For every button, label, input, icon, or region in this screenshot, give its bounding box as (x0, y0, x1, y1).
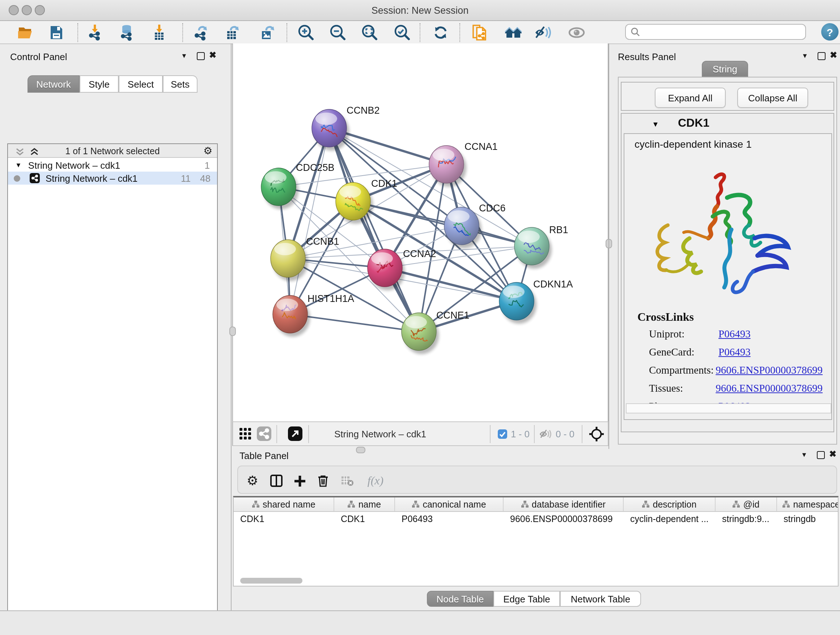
network-collection-row[interactable]: ▼ String Network – cdk1 1 (8, 158, 217, 172)
column-type-icon (347, 500, 355, 508)
network-name: String Network – cdk1 (46, 173, 137, 184)
column-header-namespace[interactable]: namespace (777, 497, 838, 511)
search-box[interactable] (625, 24, 806, 40)
import-network-database-icon[interactable] (117, 23, 136, 42)
crosslink-value-link[interactable]: 9606.ENSP00000378699 (715, 382, 823, 394)
network-view-toolbar: String Network – cdk1 1 - 0 0 - 0 (232, 421, 608, 446)
function-builder-icon[interactable]: f(x) (363, 471, 388, 490)
cell-shared-name[interactable]: CDK1 (234, 512, 334, 526)
cell-namespace[interactable]: stringdb (777, 512, 838, 526)
network-canvas[interactable]: CCNB2CCNA1CDC25BCDK1CDC6RB1CCNB1CCNA2CDK… (232, 43, 608, 421)
node-HIST1H1A[interactable] (273, 295, 310, 337)
network-node-count: 11 (181, 173, 191, 184)
tab-network-table[interactable]: Network Table (560, 591, 641, 607)
float-panel-icon[interactable]: ▼ (181, 52, 187, 59)
delete-table-icon[interactable] (338, 471, 357, 490)
node-RB1[interactable] (515, 227, 552, 269)
crosslink-value-link[interactable]: P06493 (718, 346, 751, 358)
maximize-panel-icon[interactable] (197, 52, 205, 60)
close-panel-icon[interactable]: ✖ (830, 50, 837, 60)
expand-all-button[interactable]: Expand All (655, 88, 726, 108)
section-scrollbar-track[interactable] (626, 403, 831, 413)
table-row[interactable]: CDK1CDK1P064939606.ENSP00000378699cyclin… (234, 512, 838, 526)
home-panels-icon[interactable] (504, 23, 523, 42)
node-CDKN1A[interactable] (499, 282, 537, 324)
create-column-icon[interactable] (290, 471, 309, 490)
cdk1-section: ▼ CDK1 cyclin-dependent kinase 1 (621, 113, 834, 432)
network-share-view-icon[interactable] (257, 426, 271, 444)
tab-edge-table[interactable]: Edge Table (493, 591, 560, 607)
tab-string[interactable]: String (702, 61, 748, 77)
left-splitter-handle[interactable] (229, 326, 236, 336)
column-header-canonical-name[interactable]: canonical name (395, 497, 504, 511)
column-type-icon (252, 500, 260, 508)
zoom-in-icon[interactable] (297, 23, 316, 42)
cell-database-identifier[interactable]: 9606.ENSP00000378699 (504, 512, 624, 526)
collapse-all-button[interactable]: Collapse All (737, 88, 808, 108)
cell-description[interactable]: cyclin-dependent ... (624, 512, 715, 526)
netbar-separator (582, 425, 583, 443)
node-CCNA1[interactable] (429, 146, 466, 187)
node-CCNB2[interactable] (312, 109, 349, 150)
hidden-eye-icon[interactable] (539, 428, 553, 443)
export-image-icon[interactable] (257, 23, 276, 42)
tab-network[interactable]: Network (27, 75, 80, 93)
tab-style[interactable]: Style (80, 75, 118, 93)
crosslink-value-link[interactable]: 9606.ENSP00000378699 (715, 364, 823, 377)
column-header-shared-name[interactable]: shared name (234, 497, 334, 511)
tab-sets[interactable]: Sets (163, 75, 197, 93)
float-panel-icon[interactable]: ▼ (801, 451, 807, 458)
refresh-view-icon[interactable] (431, 23, 450, 42)
close-panel-icon[interactable]: ✖ (829, 449, 836, 459)
cell-canonical-name[interactable]: P06493 (395, 512, 504, 526)
maximize-panel-icon[interactable] (818, 52, 826, 60)
selected-checkbox-icon[interactable] (498, 429, 507, 439)
section-expander-icon[interactable]: ▼ (652, 120, 659, 128)
zoom-selected-icon[interactable] (393, 23, 412, 42)
zoom-out-icon[interactable] (328, 23, 347, 42)
tab-select[interactable]: Select (118, 75, 163, 93)
help-icon[interactable]: ? (821, 23, 838, 41)
network-row-selected[interactable]: String Network – cdk1 11 48 (8, 172, 217, 185)
collection-expander-icon[interactable]: ▼ (15, 162, 22, 169)
float-panel-icon[interactable]: ▼ (802, 52, 808, 59)
node-CCNE1[interactable] (401, 313, 439, 354)
node-CDK1[interactable] (336, 182, 373, 224)
table-settings-icon[interactable]: ⚙ (243, 471, 262, 490)
show-columns-icon[interactable] (267, 471, 286, 490)
column-header-description[interactable]: description (624, 497, 715, 511)
share-document-icon[interactable] (470, 23, 489, 42)
node-CDC25B[interactable] (261, 168, 298, 209)
delete-columns-icon[interactable] (313, 471, 332, 490)
import-table-icon[interactable] (150, 23, 169, 42)
save-session-icon[interactable] (47, 23, 66, 42)
column-type-icon (782, 500, 790, 508)
node-gloss (405, 316, 427, 328)
column-header-name[interactable]: name (334, 497, 395, 511)
hide-panels-eye-icon[interactable] (534, 23, 553, 42)
column-header-database-identifier[interactable]: database identifier (504, 497, 624, 511)
network-options-gear-icon[interactable]: ⚙ (203, 145, 212, 157)
import-network-icon[interactable] (85, 23, 104, 42)
grid-view-icon[interactable] (239, 427, 252, 443)
open-session-icon[interactable] (16, 23, 35, 42)
zoom-fit-icon[interactable] (360, 23, 379, 42)
network-graph[interactable]: CCNB2CCNA1CDC25BCDK1CDC6RB1CCNB1CCNA2CDK… (233, 43, 608, 420)
cell-@id[interactable]: stringdb:9... (715, 512, 777, 526)
title-bar: Session: New Session (0, 0, 840, 21)
cell-name[interactable]: CDK1 (334, 512, 395, 526)
export-table-icon[interactable] (223, 23, 242, 42)
collection-count: 1 (205, 160, 210, 171)
node-gloss (371, 252, 393, 264)
preview-eye-icon[interactable] (567, 23, 586, 42)
close-panel-icon[interactable]: ✖ (209, 50, 216, 60)
table-horizontal-scrollbar[interactable] (240, 578, 302, 584)
crosslink-value-link[interactable]: P06493 (718, 328, 751, 340)
birdseye-view-icon[interactable] (588, 426, 605, 445)
column-header-@id[interactable]: @id (715, 497, 777, 511)
tab-node-table[interactable]: Node Table (427, 591, 493, 607)
search-input[interactable] (640, 26, 805, 38)
open-view-icon[interactable] (288, 426, 302, 444)
maximize-panel-icon[interactable] (817, 451, 825, 459)
export-network-icon[interactable] (191, 23, 210, 42)
